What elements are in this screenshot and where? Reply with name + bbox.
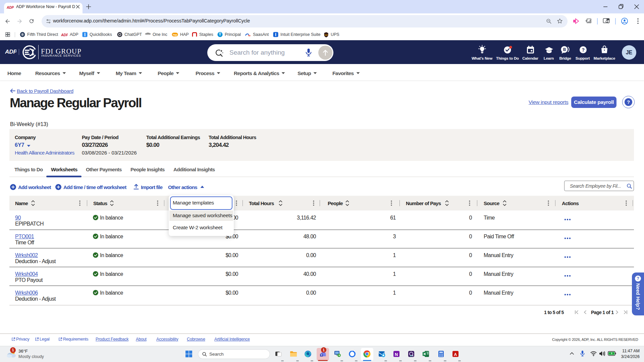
svg-text:N: N <box>395 352 398 357</box>
svg-text:A: A <box>454 352 457 357</box>
svg-text:ups: ups <box>325 34 328 36</box>
svg-text:B: B <box>563 47 566 52</box>
svg-text:ADP: ADP <box>5 49 16 55</box>
svg-text:ADP: ADP <box>7 6 14 9</box>
svg-text:ADP: ADP <box>61 33 68 37</box>
svg-text:hap: hap <box>173 34 177 36</box>
svg-text:T: T <box>321 354 322 357</box>
svg-text:?: ? <box>582 47 585 53</box>
